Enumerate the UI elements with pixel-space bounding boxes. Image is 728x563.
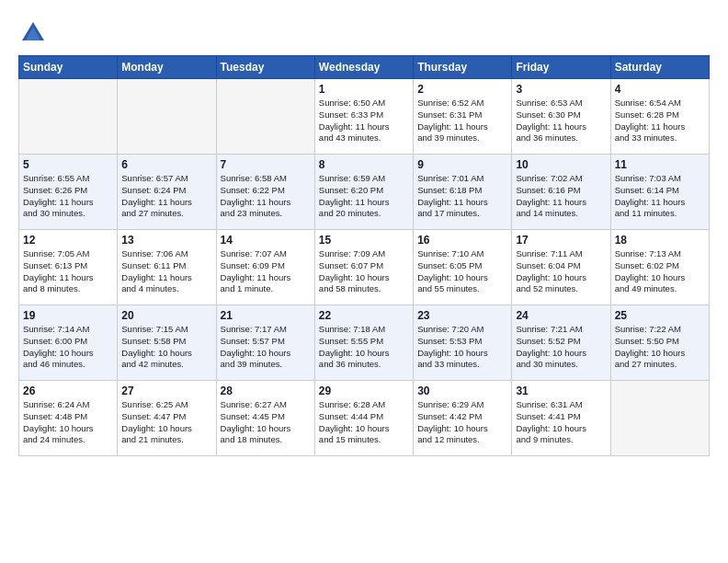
- cell-content: Sunrise: 7:01 AMSunset: 6:18 PMDaylight:…: [417, 173, 507, 220]
- calendar-cell: 13Sunrise: 7:06 AMSunset: 6:11 PMDayligh…: [118, 230, 216, 305]
- calendar-cell: 31Sunrise: 6:31 AMSunset: 4:41 PMDayligh…: [512, 381, 610, 456]
- cell-content: Sunrise: 7:14 AMSunset: 6:00 PMDaylight:…: [23, 324, 113, 371]
- calendar-cell: 28Sunrise: 6:27 AMSunset: 4:45 PMDayligh…: [216, 381, 314, 456]
- cell-content: Sunrise: 7:17 AMSunset: 5:57 PMDaylight:…: [221, 324, 311, 371]
- cell-content: Sunrise: 7:20 AMSunset: 5:53 PMDaylight:…: [417, 324, 507, 371]
- calendar-cell: 22Sunrise: 7:18 AMSunset: 5:55 PMDayligh…: [314, 305, 413, 381]
- day-number: 22: [319, 309, 409, 322]
- calendar-day-header: Monday: [118, 56, 216, 79]
- calendar-cell: 14Sunrise: 7:07 AMSunset: 6:09 PMDayligh…: [216, 230, 314, 305]
- cell-content: Sunrise: 7:10 AMSunset: 6:05 PMDaylight:…: [417, 248, 507, 295]
- cell-content: Sunrise: 6:28 AMSunset: 4:44 PMDaylight:…: [319, 399, 409, 446]
- calendar-cell: [19, 79, 118, 155]
- calendar-cell: [610, 381, 709, 456]
- calendar-cell: 12Sunrise: 7:05 AMSunset: 6:13 PMDayligh…: [19, 230, 118, 305]
- cell-content: Sunrise: 6:24 AMSunset: 4:48 PMDaylight:…: [23, 399, 113, 446]
- day-number: 25: [615, 309, 705, 322]
- day-number: 31: [516, 385, 606, 397]
- calendar-cell: 20Sunrise: 7:15 AMSunset: 5:58 PMDayligh…: [118, 305, 216, 381]
- calendar-cell: 7Sunrise: 6:58 AMSunset: 6:22 PMDaylight…: [216, 155, 314, 230]
- cell-content: Sunrise: 7:22 AMSunset: 5:50 PMDaylight:…: [615, 324, 705, 371]
- cell-content: Sunrise: 7:11 AMSunset: 6:04 PMDaylight:…: [516, 248, 606, 295]
- day-number: 17: [516, 234, 606, 247]
- cell-content: Sunrise: 6:55 AMSunset: 6:26 PMDaylight:…: [23, 173, 113, 220]
- calendar-week-row: 26Sunrise: 6:24 AMSunset: 4:48 PMDayligh…: [19, 381, 710, 456]
- day-number: 30: [417, 385, 507, 397]
- day-number: 1: [319, 83, 409, 96]
- cell-content: Sunrise: 7:07 AMSunset: 6:09 PMDaylight:…: [221, 248, 311, 295]
- calendar-cell: [216, 79, 314, 155]
- cell-content: Sunrise: 6:53 AMSunset: 6:30 PMDaylight:…: [516, 98, 606, 144]
- day-number: 23: [417, 309, 507, 322]
- cell-content: Sunrise: 6:59 AMSunset: 6:20 PMDaylight:…: [319, 173, 409, 220]
- calendar-cell: 15Sunrise: 7:09 AMSunset: 6:07 PMDayligh…: [314, 230, 413, 305]
- calendar-day-header: Saturday: [610, 56, 709, 79]
- day-number: 16: [417, 234, 507, 247]
- day-number: 7: [221, 158, 311, 171]
- cell-content: Sunrise: 7:21 AMSunset: 5:52 PMDaylight:…: [516, 324, 606, 371]
- cell-content: Sunrise: 7:18 AMSunset: 5:55 PMDaylight:…: [319, 324, 409, 371]
- cell-content: Sunrise: 6:31 AMSunset: 4:41 PMDaylight:…: [516, 399, 606, 446]
- logo: [18, 18, 51, 48]
- cell-content: Sunrise: 7:13 AMSunset: 6:02 PMDaylight:…: [615, 248, 705, 295]
- calendar-cell: 24Sunrise: 7:21 AMSunset: 5:52 PMDayligh…: [512, 305, 610, 381]
- day-number: 27: [121, 385, 211, 397]
- day-number: 5: [23, 158, 113, 171]
- calendar-cell: 26Sunrise: 6:24 AMSunset: 4:48 PMDayligh…: [19, 381, 118, 456]
- header: [18, 15, 710, 48]
- day-number: 26: [23, 385, 113, 397]
- day-number: 11: [615, 158, 705, 171]
- calendar-cell: 4Sunrise: 6:54 AMSunset: 6:28 PMDaylight…: [610, 79, 709, 155]
- cell-content: Sunrise: 6:25 AMSunset: 4:47 PMDaylight:…: [121, 399, 211, 446]
- day-number: 29: [319, 385, 409, 397]
- calendar-cell: 8Sunrise: 6:59 AMSunset: 6:20 PMDaylight…: [314, 155, 413, 230]
- calendar-cell: 16Sunrise: 7:10 AMSunset: 6:05 PMDayligh…: [414, 230, 512, 305]
- calendar-cell: 9Sunrise: 7:01 AMSunset: 6:18 PMDaylight…: [414, 155, 512, 230]
- cell-content: Sunrise: 6:27 AMSunset: 4:45 PMDaylight:…: [221, 399, 311, 446]
- calendar-cell: 19Sunrise: 7:14 AMSunset: 6:00 PMDayligh…: [19, 305, 118, 381]
- page-container: SundayMondayTuesdayWednesdayThursdayFrid…: [0, 0, 728, 465]
- cell-content: Sunrise: 7:15 AMSunset: 5:58 PMDaylight:…: [121, 324, 211, 371]
- cell-content: Sunrise: 6:52 AMSunset: 6:31 PMDaylight:…: [417, 98, 507, 144]
- calendar-cell: 10Sunrise: 7:02 AMSunset: 6:16 PMDayligh…: [512, 155, 610, 230]
- day-number: 13: [121, 234, 211, 247]
- calendar-cell: 25Sunrise: 7:22 AMSunset: 5:50 PMDayligh…: [610, 305, 709, 381]
- calendar-week-row: 12Sunrise: 7:05 AMSunset: 6:13 PMDayligh…: [19, 230, 710, 305]
- cell-content: Sunrise: 7:09 AMSunset: 6:07 PMDaylight:…: [319, 248, 409, 295]
- calendar-cell: 30Sunrise: 6:29 AMSunset: 4:42 PMDayligh…: [414, 381, 512, 456]
- day-number: 6: [121, 158, 211, 171]
- calendar-day-header: Wednesday: [314, 56, 413, 79]
- day-number: 10: [516, 158, 606, 171]
- cell-content: Sunrise: 6:29 AMSunset: 4:42 PMDaylight:…: [417, 399, 507, 446]
- cell-content: Sunrise: 6:57 AMSunset: 6:24 PMDaylight:…: [121, 173, 211, 220]
- cell-content: Sunrise: 6:54 AMSunset: 6:28 PMDaylight:…: [615, 98, 705, 144]
- day-number: 21: [221, 309, 311, 322]
- calendar-day-header: Sunday: [19, 56, 118, 79]
- calendar-cell: 11Sunrise: 7:03 AMSunset: 6:14 PMDayligh…: [610, 155, 709, 230]
- day-number: 19: [23, 309, 113, 322]
- day-number: 28: [221, 385, 311, 397]
- cell-content: Sunrise: 6:50 AMSunset: 6:33 PMDaylight:…: [319, 98, 409, 144]
- logo-icon: [18, 18, 48, 48]
- day-number: 20: [121, 309, 211, 322]
- cell-content: Sunrise: 7:03 AMSunset: 6:14 PMDaylight:…: [615, 173, 705, 220]
- day-number: 24: [516, 309, 606, 322]
- calendar-header-row: SundayMondayTuesdayWednesdayThursdayFrid…: [19, 56, 710, 79]
- calendar-day-header: Friday: [512, 56, 610, 79]
- day-number: 18: [615, 234, 705, 247]
- calendar-cell: 18Sunrise: 7:13 AMSunset: 6:02 PMDayligh…: [610, 230, 709, 305]
- day-number: 14: [221, 234, 311, 247]
- day-number: 2: [417, 83, 507, 96]
- calendar-week-row: 5Sunrise: 6:55 AMSunset: 6:26 PMDaylight…: [19, 155, 710, 230]
- day-number: 8: [319, 158, 409, 171]
- cell-content: Sunrise: 7:05 AMSunset: 6:13 PMDaylight:…: [23, 248, 113, 295]
- calendar-cell: 1Sunrise: 6:50 AMSunset: 6:33 PMDaylight…: [314, 79, 413, 155]
- day-number: 3: [516, 83, 606, 96]
- day-number: 4: [615, 83, 705, 96]
- calendar-day-header: Tuesday: [216, 56, 314, 79]
- calendar-week-row: 1Sunrise: 6:50 AMSunset: 6:33 PMDaylight…: [19, 79, 710, 155]
- day-number: 12: [23, 234, 113, 247]
- calendar-cell: 27Sunrise: 6:25 AMSunset: 4:47 PMDayligh…: [118, 381, 216, 456]
- calendar-cell: 21Sunrise: 7:17 AMSunset: 5:57 PMDayligh…: [216, 305, 314, 381]
- day-number: 15: [319, 234, 409, 247]
